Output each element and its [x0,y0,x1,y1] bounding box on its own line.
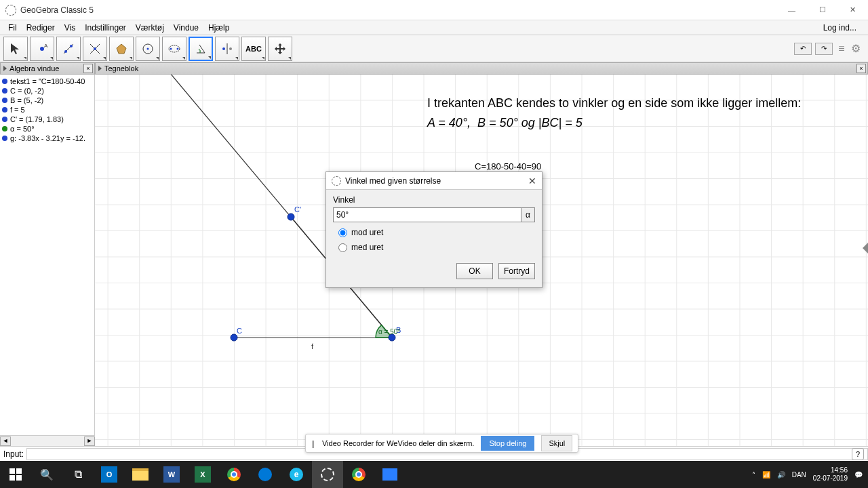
menu-bar: Fil Rediger Vis Indstillinger Værktøj Vi… [0,20,868,35]
algebra-item[interactable]: α = 50° [2,124,92,134]
svg-marker-8 [117,44,126,54]
toolbar: A ABC ↶ ↷ ≡ ⚙ [0,35,868,62]
algebra-text: f = 5 [10,106,25,114]
redo-button[interactable]: ↷ [815,43,833,55]
dialog-close-button[interactable]: ✕ [528,176,536,186]
visibility-bullet[interactable] [2,98,7,103]
ok-button[interactable]: OK [456,263,493,279]
algebra-close-icon[interactable]: × [83,64,93,73]
tool-polygon[interactable] [109,37,134,61]
tool-move[interactable] [3,37,28,61]
tool-point[interactable]: A [30,37,54,61]
menu-vis[interactable]: Vis [60,23,80,33]
radio-ccw-label: mod uret [351,228,383,237]
svg-rect-23 [16,475,22,481]
visibility-bullet[interactable] [2,79,7,84]
tray-lang[interactable]: DAN [792,471,806,479]
maximize-button[interactable]: ☐ [807,1,837,20]
algebra-hscroll[interactable]: ◄ ► [0,435,95,446]
right-edge-handle[interactable] [863,243,868,253]
minimize-button[interactable]: — [776,1,807,20]
input-help-button[interactable]: ? [852,448,864,460]
task-outlook[interactable]: O [94,461,125,488]
algebra-text: g: -3.83x - 3.21y = -12. [10,134,85,142]
menu-vindue[interactable]: Vindue [169,23,203,33]
radio-cw-input[interactable] [338,243,347,252]
hamburger-icon[interactable]: ≡ [836,43,847,55]
label-f: f [311,342,313,350]
task-explorer[interactable] [125,461,156,488]
scroll-left-icon[interactable]: ◄ [0,436,11,446]
radio-cw-label: med uret [351,243,383,252]
task-word[interactable]: W [156,461,187,488]
tool-move-view[interactable] [268,37,292,61]
menu-hjaelp[interactable]: Hjælp [203,23,234,33]
scroll-right-icon[interactable]: ► [84,436,95,446]
task-edge[interactable] [250,461,281,488]
task-chrome1[interactable] [218,461,250,488]
visibility-bullet[interactable] [2,107,7,113]
algebra-panel-tab[interactable]: Algebra vindue × [0,62,95,75]
tool-angle[interactable] [189,37,213,61]
dialog-titlebar[interactable]: Vinkel med given størrelse ✕ [326,172,542,190]
task-chrome2[interactable] [343,461,374,488]
radio-ccw-input[interactable] [338,228,347,237]
algebra-item[interactable]: g: -3.83x - 3.21y = -12. [2,134,92,143]
algebra-item[interactable]: f = 5 [2,105,92,115]
svg-point-7 [94,47,96,50]
hide-button[interactable]: Skjul [541,435,572,451]
visibility-bullet[interactable] [2,88,7,94]
cancel-button[interactable]: Fortryd [498,263,535,279]
svg-point-12 [170,47,172,49]
symbol-picker[interactable]: α [521,207,535,222]
tray-notifications-icon[interactable]: 💬 [854,471,863,479]
algebra-item[interactable]: B = (5, -2) [2,96,92,105]
task-app[interactable] [374,461,406,488]
radio-cw[interactable]: med uret [333,243,535,252]
visibility-bullet[interactable] [2,117,7,122]
task-excel[interactable]: X [187,461,218,488]
tray-clock[interactable]: 14:56 02-07-2019 [813,466,848,483]
tool-reflect[interactable] [215,37,239,61]
visibility-bullet[interactable] [2,126,7,131]
radio-ccw[interactable]: mod uret [333,228,535,237]
window-title: GeoGebra Classic 5 [20,5,94,15]
visibility-bullet[interactable] [2,136,7,141]
login-link[interactable]: Log ind... [818,23,861,33]
task-geogebra[interactable] [312,461,343,488]
tool-line[interactable] [56,37,81,61]
svg-point-3 [64,50,67,53]
recorder-text: Video Recorder for WeVideo deler din skæ… [322,439,474,447]
stop-sharing-button[interactable]: Stop deling [481,436,534,451]
menu-rediger[interactable]: Rediger [22,23,60,33]
tool-text[interactable]: ABC [241,37,266,61]
toolbar-right: ↶ ↷ ≡ ⚙ [794,42,861,55]
tray-volume-icon[interactable]: 🔊 [777,471,785,479]
task-ie[interactable]: e [281,461,312,488]
tool-conic[interactable] [162,37,186,61]
label-C: C [237,327,242,335]
search-button[interactable]: 🔍 [31,461,62,488]
svg-point-4 [70,45,73,47]
close-button[interactable]: ✕ [837,1,868,20]
settings-icon[interactable]: ⚙ [850,42,861,55]
angle-input[interactable] [333,207,521,222]
algebra-item[interactable]: tekst1 = "C=180-50-40 [2,77,92,86]
menu-indstillinger[interactable]: Indstillinger [80,23,131,33]
tray-wifi-icon[interactable]: 📶 [762,471,770,479]
undo-button[interactable]: ↶ [794,43,812,55]
algebra-item[interactable]: C' = (1.79, 1.83) [2,115,92,124]
algebra-item[interactable]: C = (0, -2) [2,86,92,96]
graphics-panel-tab[interactable]: Tegneblok × [95,62,868,75]
menu-fil[interactable]: Fil [3,23,22,33]
tool-circle[interactable] [136,37,160,61]
graphics-close-icon[interactable]: × [856,64,866,73]
tool-perp[interactable] [83,37,107,61]
tray-chevron-icon[interactable]: ˄ [752,471,755,479]
menu-vaerktoj[interactable]: Værktøj [131,23,169,33]
system-tray[interactable]: ˄ 📶 🔊 DAN 14:56 02-07-2019 💬 [752,466,868,483]
svg-rect-21 [16,468,22,474]
start-button[interactable] [0,461,31,488]
taskview-button[interactable]: ⧉ [62,461,94,488]
problem-text: I trekanten ABC kendes to vinkler og en … [427,94,801,133]
